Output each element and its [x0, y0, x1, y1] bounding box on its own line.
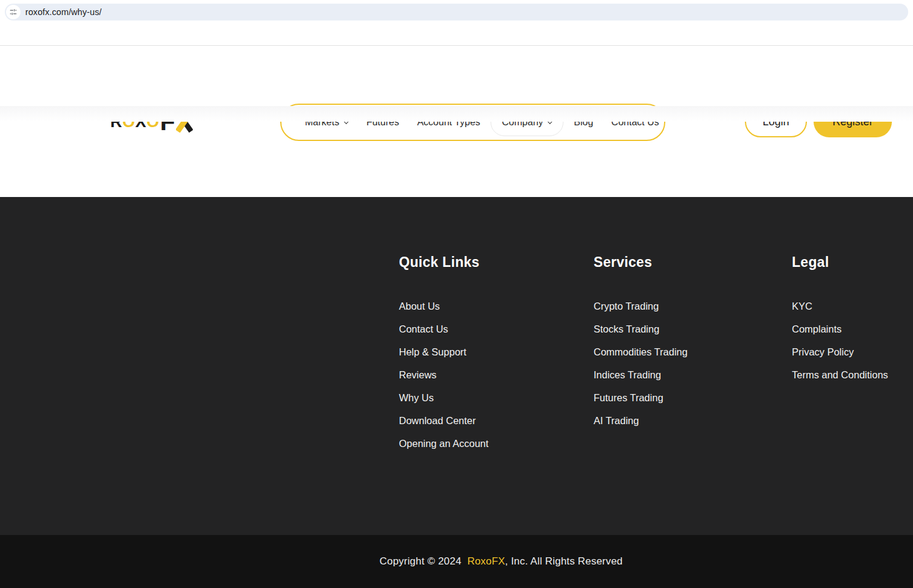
footer-link-item: KYC	[792, 295, 912, 317]
page: roxofx.com/why-us/ ROXOF MarketsFuturesA…	[0, 0, 913, 588]
copyright-bar: Copyright © 2024 RoxoFX, Inc. All Rights…	[0, 535, 913, 588]
footer-link-item: Stocks Trading	[594, 317, 792, 340]
footer-link-download-center[interactable]: Download Center	[399, 415, 476, 427]
footer-link-opening-an-account[interactable]: Opening an Account	[399, 438, 489, 449]
footer-link-commodities-trading[interactable]: Commodities Trading	[594, 346, 688, 358]
footer-link-item: Futures Trading	[594, 386, 792, 409]
footer-link-stocks-trading[interactable]: Stocks Trading	[594, 324, 659, 335]
header-shadow	[0, 106, 913, 122]
footer-link-list: Crypto TradingStocks TradingCommodities …	[594, 295, 792, 432]
footer-link-about-us[interactable]: About Us	[399, 301, 440, 312]
copyright-suffix: , Inc. All Rights Reserved	[505, 555, 623, 567]
footer-link-item: Contact Us	[399, 317, 594, 340]
footer-link-indices-trading[interactable]: Indices Trading	[594, 369, 661, 381]
footer-link-terms-and-conditions[interactable]: Terms and Conditions	[792, 369, 888, 381]
footer-link-list: KYCComplaintsPrivacy PolicyTerms and Con…	[792, 295, 912, 386]
footer-link-reviews[interactable]: Reviews	[399, 369, 436, 381]
footer-link-why-us[interactable]: Why Us	[399, 392, 434, 404]
footer-link-crypto-trading[interactable]: Crypto Trading	[594, 301, 659, 312]
site-settings-button[interactable]	[6, 5, 20, 19]
footer-columns: Quick LinksAbout UsContact UsHelp & Supp…	[0, 197, 913, 455]
footer-column-title: Services	[594, 254, 792, 271]
footer-link-futures-trading[interactable]: Futures Trading	[594, 392, 664, 404]
footer-link-complaints[interactable]: Complaints	[792, 324, 842, 335]
footer-link-item: Opening an Account	[399, 432, 594, 455]
footer-link-item: Privacy Policy	[792, 340, 912, 363]
footer-link-item: About Us	[399, 295, 594, 317]
site-header: ROXOF MarketsFuturesAccount TypesCompany…	[0, 46, 913, 106]
copyright-prefix: Copyright © 2024	[380, 555, 465, 567]
footer-link-item: Download Center	[399, 409, 594, 432]
footer-link-item: Complaints	[792, 317, 912, 340]
footer-link-list: About UsContact UsHelp & SupportReviewsW…	[399, 295, 594, 455]
copyright-text: Copyright © 2024 RoxoFX, Inc. All Rights…	[380, 555, 623, 568]
footer-link-item: Help & Support	[399, 340, 594, 363]
footer-column-legal: LegalKYCComplaintsPrivacy PolicyTerms an…	[792, 254, 912, 455]
footer-link-ai-trading[interactable]: AI Trading	[594, 415, 639, 427]
site-footer: Quick LinksAbout UsContact UsHelp & Supp…	[0, 197, 913, 535]
url-text: roxofx.com/why-us/	[25, 7, 102, 17]
footer-link-item: Terms and Conditions	[792, 363, 912, 386]
footer-link-item: Commodities Trading	[594, 340, 792, 363]
footer-link-item: Indices Trading	[594, 363, 792, 386]
footer-column-title: Legal	[792, 254, 912, 271]
tune-icon	[9, 8, 17, 16]
footer-link-contact-us[interactable]: Contact Us	[399, 324, 448, 335]
copyright-brand-link[interactable]: RoxoFX	[467, 555, 505, 567]
footer-column-quick-links: Quick LinksAbout UsContact UsHelp & Supp…	[399, 254, 594, 455]
footer-link-item: Why Us	[399, 386, 594, 409]
footer-column-services: ServicesCrypto TradingStocks TradingComm…	[594, 254, 792, 455]
browser-chrome: roxofx.com/why-us/	[0, 0, 913, 24]
url-bar[interactable]: roxofx.com/why-us/	[5, 4, 908, 20]
footer-column-title: Quick Links	[399, 254, 594, 271]
footer-link-privacy-policy[interactable]: Privacy Policy	[792, 346, 854, 358]
footer-link-kyc[interactable]: KYC	[792, 301, 812, 312]
footer-link-item: AI Trading	[594, 409, 792, 432]
footer-link-item: Reviews	[399, 363, 594, 386]
footer-link-item: Crypto Trading	[594, 295, 792, 317]
footer-link-help-support[interactable]: Help & Support	[399, 346, 466, 358]
